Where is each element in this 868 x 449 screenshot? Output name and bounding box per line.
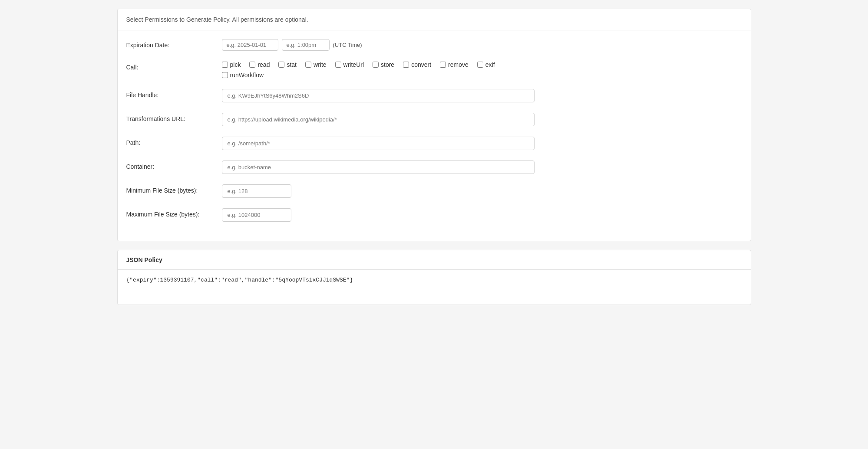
checkbox-pick-input[interactable] [222,62,228,68]
checkbox-runworkflow[interactable]: runWorkflow [222,72,742,79]
expiration-date-label: Expiration Date: [126,39,222,49]
file-handle-label: File Handle: [126,89,222,98]
min-file-size-label: Minimum File Size (bytes): [126,184,222,194]
file-handle-controls [222,89,742,102]
checkbox-convert-input[interactable] [403,62,409,68]
checkbox-convert[interactable]: convert [403,61,431,68]
container-input[interactable] [222,161,535,174]
container-controls [222,161,742,174]
checkbox-runworkflow-input[interactable] [222,72,228,78]
section-header: Select Permissions to Generate Policy. A… [118,9,751,30]
checkbox-store-label: store [381,61,394,68]
expiration-time-input[interactable] [282,39,330,51]
checkbox-write-label: write [314,61,327,68]
checkbox-remove[interactable]: remove [440,61,469,68]
transformations-url-controls [222,113,742,126]
checkbox-runworkflow-label: runWorkflow [230,72,264,79]
transformations-url-label: Transformations URL: [126,113,222,122]
checkbox-exif-label: exif [485,61,495,68]
min-file-size-input[interactable] [222,184,291,198]
call-label: Call: [126,61,222,71]
checkbox-remove-label: remove [448,61,469,68]
expiration-date-row: Expiration Date: (UTC Time) [126,39,742,51]
path-controls [222,137,742,150]
utc-label: (UTC Time) [333,42,362,48]
checkbox-convert-label: convert [411,61,431,68]
checkbox-write-input[interactable] [305,62,311,68]
section-description: Select Permissions to Generate Policy. A… [126,16,742,23]
checkbox-stat-label: stat [287,61,297,68]
path-label: Path: [126,137,222,146]
min-file-size-controls [222,184,742,198]
path-input[interactable] [222,137,535,150]
checkbox-stat[interactable]: stat [278,61,297,68]
transformations-url-row: Transformations URL: [126,113,742,126]
checkbox-exif[interactable]: exif [477,61,495,68]
transformations-url-input[interactable] [222,113,535,126]
container-label: Container: [126,161,222,170]
json-policy-body: {"expiry":1359391107,"call":"read","hand… [118,270,751,305]
checkbox-write[interactable]: write [305,61,327,68]
path-row: Path: [126,137,742,150]
checkbox-writeurl[interactable]: writeUrl [335,61,364,68]
call-checkbox-group: pick read stat write [222,61,742,68]
max-file-size-label: Maximum File Size (bytes): [126,208,222,218]
call-controls: pick read stat write [222,61,742,79]
json-policy-header: JSON Policy [118,250,751,270]
call-row: Call: pick read stat [126,61,742,79]
checkbox-store[interactable]: store [373,61,394,68]
expiration-date-controls: (UTC Time) [222,39,742,51]
max-file-size-input[interactable] [222,208,291,222]
checkbox-exif-input[interactable] [477,62,483,68]
checkbox-pick-label: pick [230,61,241,68]
form-body: Expiration Date: (UTC Time) Call: pick [118,30,751,241]
container-row: Container: [126,161,742,174]
json-policy-section: JSON Policy {"expiry":1359391107,"call":… [117,250,751,305]
expiration-date-input[interactable] [222,39,278,51]
file-handle-row: File Handle: [126,89,742,102]
json-policy-content: {"expiry":1359391107,"call":"read","hand… [126,277,742,283]
checkbox-writeurl-input[interactable] [335,62,341,68]
checkbox-read-label: read [257,61,270,68]
min-file-size-row: Minimum File Size (bytes): [126,184,742,198]
checkbox-stat-input[interactable] [278,62,284,68]
checkbox-pick[interactable]: pick [222,61,241,68]
checkbox-store-input[interactable] [373,62,379,68]
max-file-size-controls [222,208,742,222]
checkbox-read[interactable]: read [249,61,270,68]
checkbox-writeurl-label: writeUrl [343,61,364,68]
max-file-size-row: Maximum File Size (bytes): [126,208,742,222]
checkbox-read-input[interactable] [249,62,255,68]
checkbox-remove-input[interactable] [440,62,446,68]
file-handle-input[interactable] [222,89,535,102]
form-section: Select Permissions to Generate Policy. A… [117,9,751,241]
